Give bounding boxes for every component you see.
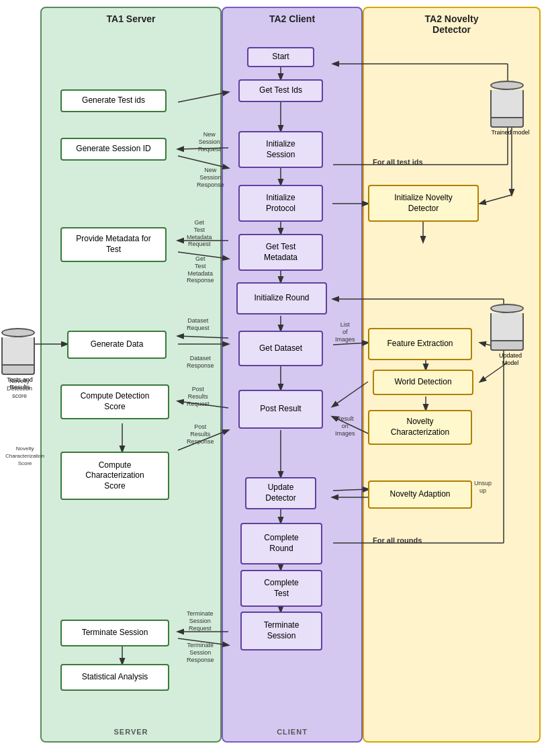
novelty-adaption-box: Novelty Adaption [368, 480, 472, 509]
complete-round-box: Complete Round [240, 523, 322, 564]
novelty-title: TA2 Novelty Detector [364, 8, 539, 38]
generate-test-ids-box: Generate Test ids [60, 89, 167, 112]
get-test-ids-box: Get Test Ids [238, 79, 323, 102]
statistical-analysis-box: Statistical Analysis [60, 664, 169, 691]
complete-test-box: Complete Test [240, 570, 322, 607]
novelty-characterization-box: Novelty Characterization [368, 410, 472, 445]
novelty-characterization-score-label: Novelty Characterization Score [5, 445, 44, 466]
terminate-session-ta1-box: Terminate Session [60, 620, 169, 646]
ta2-title: TA2 Client [223, 8, 361, 27]
world-detection-box: World Detection [373, 370, 473, 395]
start-box: Start [247, 47, 314, 67]
for-all-rounds-label: For all rounds [373, 536, 422, 544]
novelty-detection-score-label: Novelty Detection score [7, 378, 32, 399]
post-result-box: Post Result [238, 390, 323, 429]
dataset-response-label: Dataset Response [187, 355, 214, 370]
generate-data-box: Generate Data [67, 331, 167, 359]
initialize-novelty-box: Initialize Novelty Detector [368, 185, 479, 222]
terminate-session-request-label: Terminate Session Request [187, 610, 214, 632]
terminate-session-ta2-box: Terminate Session [240, 612, 322, 650]
new-session-response-label: New Session Response [197, 167, 224, 188]
get-test-metadata-request-label: Get Test Metadata Request [187, 219, 212, 248]
initialize-round-box: Initialize Round [236, 282, 327, 314]
list-of-images-label: List of Images [335, 321, 355, 343]
initialize-session-box: Initialize Session [238, 131, 323, 168]
get-test-metadata-box: Get Test Metadata [238, 234, 323, 271]
trained-model-cylinder: Trained model [490, 81, 531, 136]
dataset-request-label: Dataset Request [187, 317, 210, 332]
updated-model-cylinder: Updated Model [490, 304, 531, 367]
post-results-request-label: Post Results Request [187, 386, 210, 407]
compute-characterization-score-box: Compute Characterization Score [60, 452, 169, 500]
initialize-protocol-box: Initialize Protocol [238, 185, 323, 222]
ta1-footer: SERVER [42, 728, 220, 736]
result-on-images-label: Result on Images [335, 415, 355, 437]
get-dataset-box: Get Dataset [238, 331, 323, 366]
update-detector-box: Update Detector [245, 477, 316, 509]
terminate-session-response-label: Terminate Session Response [187, 642, 214, 663]
diagram-container: TA1 Server SERVER TA2 Client CLIENT TA2 … [0, 0, 550, 756]
for-all-test-ids-label: For all test ids [373, 158, 423, 166]
compute-detection-score-box: Compute Detection Score [60, 384, 169, 419]
ta2-footer: CLIENT [223, 728, 361, 736]
post-results-response-label: Post Results Response [187, 423, 214, 445]
get-test-metadata-response-label: Get Test Metadata Response [187, 255, 214, 284]
unsupervised-update-label: Unsup up [474, 480, 492, 495]
feature-extraction-box: Feature Extraction [368, 328, 472, 360]
provide-metadata-box: Provide Metadata for Test [60, 227, 167, 262]
ta1-title: TA1 Server [42, 8, 220, 27]
new-session-request-label: New Session Request [198, 131, 221, 153]
generate-session-id-box: Generate Session ID [60, 138, 167, 161]
